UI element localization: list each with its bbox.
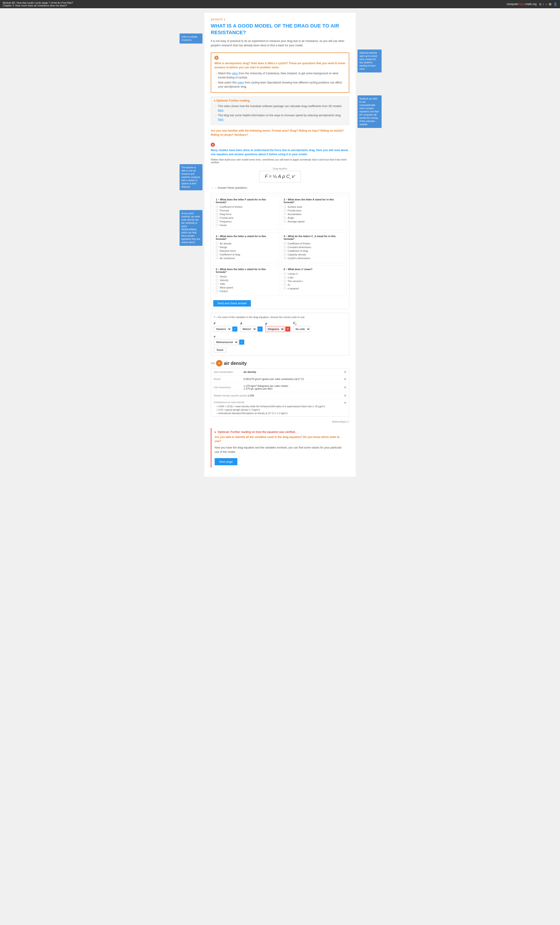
- q3-opt4[interactable]: Coefficient of drag: [216, 253, 276, 256]
- q1-radio3[interactable]: [216, 213, 218, 215]
- back-icon[interactable]: ‹: [543, 2, 544, 6]
- send-check-button[interactable]: Send and check answer: [213, 300, 251, 307]
- wolfram-result-label: Result:: [214, 378, 244, 380]
- q2-opt4[interactable]: Angle: [284, 217, 344, 219]
- q2-opt2[interactable]: Frontal area: [284, 209, 344, 212]
- q7-cd-select[interactable]: No units: [293, 326, 310, 332]
- q7-v-select[interactable]: Metres/second: [214, 339, 238, 345]
- q2-opt1[interactable]: Surface area: [284, 205, 344, 208]
- video-link-2[interactable]: video: [237, 81, 244, 84]
- q2-radio1[interactable]: [284, 205, 286, 208]
- q5-radio4[interactable]: [216, 286, 218, 289]
- q1-opt1[interactable]: Coefficient of friction: [216, 205, 276, 208]
- next-page-button[interactable]: Next page: [215, 458, 237, 465]
- q2-radio5[interactable]: [284, 220, 286, 223]
- q4-opt1[interactable]: Coefficient of friction: [284, 242, 344, 245]
- q4-radio4[interactable]: [284, 253, 286, 256]
- nav-icons[interactable]: ⎗ ‹ › ⊞ 👤: [539, 2, 557, 6]
- q4-opt4[interactable]: Capacity density: [284, 253, 344, 256]
- q5-radio1[interactable]: [216, 275, 218, 278]
- q5-opt4[interactable]: Wind speed: [216, 286, 276, 289]
- q1-radio5[interactable]: [216, 220, 218, 223]
- q3-radio5[interactable]: [216, 257, 218, 259]
- q6-radio2[interactable]: [284, 276, 286, 279]
- q7-rho-select[interactable]: Kilograms: [265, 326, 285, 332]
- wolfram-relative-icon[interactable]: ⊕: [344, 394, 346, 397]
- q2-radio2[interactable]: [284, 209, 286, 212]
- q5-opt3[interactable]: Volts: [216, 283, 276, 285]
- q7-a-select[interactable]: Metres²: [240, 326, 257, 332]
- q6-opt5[interactable]: v squared: [284, 287, 344, 290]
- q1-radio6[interactable]: [216, 224, 218, 226]
- formula-label: Drag equation: [211, 167, 349, 170]
- q5-opt2[interactable]: Velocity: [216, 279, 276, 282]
- q4-opt3[interactable]: Coefficient of drag: [284, 250, 344, 252]
- q7-rho-error[interactable]: ✕: [285, 327, 290, 331]
- q5-opt1[interactable]: Vector: [216, 275, 276, 278]
- q4-radio2[interactable]: [284, 246, 286, 249]
- formula-math: F = ½ A ρ Cd v2: [265, 174, 295, 179]
- wolfram-input-icon[interactable]: ⊕: [344, 370, 346, 374]
- quiz-cell-q5: 5 – What does the letter v stand for in …: [213, 265, 279, 296]
- q3-radio4[interactable]: [216, 253, 218, 256]
- q6-opt2[interactable]: v two: [284, 276, 344, 279]
- q3-opt3[interactable]: Reaction force: [216, 250, 276, 252]
- q1-radio2[interactable]: [216, 209, 218, 212]
- wolfram-relative-label: Relative density (specific gravity):: [214, 395, 248, 397]
- q2-opt5[interactable]: Average speed: [284, 220, 344, 223]
- q6-radio4[interactable]: [284, 283, 286, 286]
- optional-header[interactable]: Optional: Further reading.: [214, 99, 346, 102]
- q7-f-check[interactable]: ✓: [232, 327, 237, 331]
- q4-opt5[interactable]: Cyclist's dimensions: [284, 257, 344, 259]
- q3-opt2[interactable]: Range: [216, 246, 276, 249]
- section-a-highlight: Many studies have been done to understan…: [211, 148, 349, 157]
- q1-opt2[interactable]: Formula: [216, 209, 276, 212]
- q2-radio4[interactable]: [284, 217, 286, 219]
- q6-opt3[interactable]: The second v: [284, 280, 344, 283]
- q6-radio5[interactable]: [284, 287, 286, 289]
- q7-f-select[interactable]: Newtons: [214, 326, 231, 332]
- wolfram-result-icon[interactable]: ⊕: [344, 377, 346, 381]
- q4-radio1[interactable]: [284, 242, 286, 245]
- wolfram-mass-icon[interactable]: ⊕: [344, 401, 346, 404]
- q7-v-check[interactable]: ✓: [239, 340, 244, 345]
- optional-link-1[interactable]: here: [218, 109, 223, 112]
- reset-button[interactable]: Reset: [214, 347, 226, 353]
- q3-opt5[interactable]: Air resistance: [216, 257, 276, 259]
- q4-opt2[interactable]: Constant dimensions: [284, 246, 344, 249]
- q1-opt3[interactable]: Drag force: [216, 213, 276, 215]
- video-link-1[interactable]: video: [232, 72, 238, 75]
- q5-opt5[interactable]: Friction: [216, 290, 276, 292]
- q2-radio3[interactable]: [284, 213, 286, 215]
- wolfram-units-icon[interactable]: ⊕: [344, 386, 346, 389]
- wolfram-units-label: Unit conversions:: [214, 386, 244, 389]
- q3-radio1[interactable]: [216, 242, 218, 245]
- q4-radio3[interactable]: [284, 250, 286, 252]
- grid-icon[interactable]: ⊞: [549, 2, 551, 6]
- box-b-highlight: What is aerodynamic drag? How does it af…: [214, 61, 346, 69]
- q1-opt6[interactable]: Factor: [216, 224, 276, 226]
- q6-opt1[interactable]: v times 2: [284, 273, 344, 275]
- q3-radio3[interactable]: [216, 250, 218, 252]
- q2-opt3[interactable]: Acceleration: [284, 213, 344, 215]
- q3-opt1[interactable]: Air density: [216, 242, 276, 245]
- q4-radio5[interactable]: [284, 257, 286, 259]
- optional-further-header[interactable]: ▸ Optional: Further reading on how the e…: [215, 430, 346, 434]
- forward-icon[interactable]: ›: [546, 2, 547, 6]
- q3-radio2[interactable]: [216, 246, 218, 249]
- q7-a-check[interactable]: ✓: [257, 327, 263, 331]
- q1-opt4[interactable]: Frontal area: [216, 217, 276, 219]
- user-icon[interactable]: 👤: [553, 2, 557, 6]
- q5-radio5[interactable]: [216, 290, 218, 292]
- optional-link-2[interactable]: here: [218, 118, 223, 121]
- q1-radio1[interactable]: [216, 205, 218, 208]
- q5-radio3[interactable]: [216, 283, 218, 285]
- q1-opt5[interactable]: Frequency: [216, 220, 276, 223]
- q6-radio3[interactable]: [284, 280, 286, 282]
- q5-radio2[interactable]: [216, 279, 218, 281]
- annotation-links-outside: Links to outside resources.: [179, 33, 202, 44]
- q6-opt4[interactable]: 2v: [284, 283, 344, 286]
- q6-radio1[interactable]: [284, 273, 286, 275]
- q1-radio4[interactable]: [216, 217, 218, 219]
- share-icon[interactable]: ⎗: [539, 2, 541, 6]
